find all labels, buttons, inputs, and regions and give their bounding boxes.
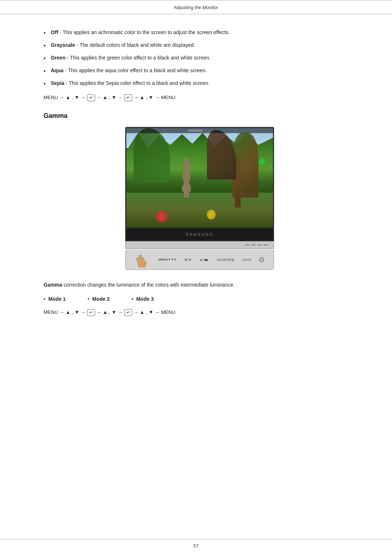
enter-v-label: ⊞/▼ — [184, 258, 191, 262]
enter-icon-1: ↵ — [87, 94, 95, 101]
auto-label: AUTO — [242, 258, 251, 262]
gamma-heading: Gamma — [44, 112, 356, 120]
source-label: SOURCE/⊞ — [217, 258, 234, 262]
power-button[interactable] — [259, 257, 264, 262]
nav-label: ▲/◀▶ — [199, 258, 208, 262]
screen-image — [126, 128, 273, 227]
gamma-description: Gamma correction changes the luminance o… — [44, 281, 356, 289]
monitor-image-container: SAMSUNG — [44, 127, 356, 270]
top-border — [0, 0, 392, 0]
base-dot-1 — [245, 244, 249, 246]
list-item-green: Green - This applies the green color eff… — [44, 54, 356, 62]
page-number: 57 — [193, 543, 199, 549]
gamma-rest: correction changes the luminance of the … — [62, 282, 234, 288]
page-header: Adjusting the Monitor — [0, 3, 392, 14]
base-dots — [245, 244, 268, 246]
desc-grayscale: - The default colors of black and white … — [77, 42, 195, 48]
mode-item-1: • Mode 1 — [44, 296, 66, 302]
desc-sepia: - This applies the Sepia color effect to… — [66, 80, 209, 86]
status-bar-element — [188, 130, 203, 132]
monitor-bottom-bar: SAMSUNG — [125, 229, 274, 241]
monitor-base-area — [125, 241, 274, 249]
page-container: Adjusting the Monitor Off - This applies… — [0, 0, 392, 554]
content-area: Off - This applies an achromatic color t… — [0, 25, 392, 341]
enter-icon-2: ↵ — [124, 94, 132, 101]
bottom-border — [0, 539, 392, 539]
desc-green: - This applies the green color effect to… — [67, 55, 211, 61]
mode2-label: Mode 2 — [92, 296, 110, 302]
term-sepia: Sepia — [51, 80, 64, 86]
base-dot-4 — [264, 244, 268, 246]
enter-icon-3: ↵ — [87, 309, 95, 316]
list-item-off: Off - This applies an achromatic color t… — [44, 29, 356, 36]
base-dot-3 — [257, 244, 262, 246]
hand-icon-area — [131, 251, 150, 269]
front-panel-buttons: MENU/▼▼▼ ⊞/▼ ▲/◀▶ SOURCE/⊞ AUTO — [155, 257, 268, 262]
menu-nav-1: MENU → ▲ , ▼ → ↵ → ▲ , ▼ → ↵ → ▲ , ▼ → M… — [44, 94, 356, 101]
accent-green — [258, 158, 266, 166]
list-item-sepia: Sepia - This applies the Sepia color eff… — [44, 79, 356, 87]
desc-aqua: - This applies the aqua color effect to … — [65, 67, 207, 73]
status-bar-element2 — [204, 130, 211, 132]
mode-item-3: • Mode 3 — [131, 296, 154, 302]
bullet-mode2: • — [87, 296, 89, 302]
modes-row: • Mode 1 • Mode 2 • Mode 3 — [44, 296, 356, 302]
mode1-label: Mode 1 — [48, 296, 66, 302]
monitor-front-panel: MENU/▼▼▼ ⊞/▼ ▲/◀▶ SOURCE/⊞ AUTO — [125, 250, 274, 270]
enter-icon-4: ↵ — [124, 309, 132, 316]
bullet-mode1: • — [44, 296, 45, 302]
menu-button-label: MENU/▼▼▼ — [159, 258, 177, 261]
list-item-grayscale: Grayscale - The default colors of black … — [44, 41, 356, 49]
list-item-aqua: Aqua - This applies the aqua color effec… — [44, 67, 356, 74]
desc-off: - This applies an achromatic color to th… — [60, 29, 230, 35]
term-green: Green — [51, 55, 65, 61]
monitor-wrapper: SAMSUNG — [125, 127, 274, 270]
header-title-text: Adjusting the Monitor — [174, 5, 218, 10]
scene-ground — [126, 193, 273, 227]
mode3-label: Mode 3 — [136, 296, 154, 302]
gamma-bold: Gamma — [44, 282, 62, 288]
samsung-label: SAMSUNG — [186, 232, 214, 237]
status-bar — [126, 128, 273, 133]
term-aqua: Aqua — [51, 67, 64, 73]
monitor-screen — [125, 127, 274, 229]
term-off: Off — [51, 29, 58, 35]
bullet-list: Off - This applies an achromatic color t… — [44, 29, 356, 87]
mode-item-2: • Mode 2 — [87, 296, 110, 302]
menu-nav-2: MENU → ▲ , ▼ → ↵ → ▲ , ▼ → ↵ → ▲ , ▼ → M… — [44, 309, 356, 316]
flower-red — [156, 210, 167, 222]
base-dot-2 — [251, 244, 256, 246]
bullet-mode3: • — [131, 296, 133, 302]
term-grayscale: Grayscale — [51, 42, 75, 48]
hand-cursor-icon — [131, 251, 150, 271]
